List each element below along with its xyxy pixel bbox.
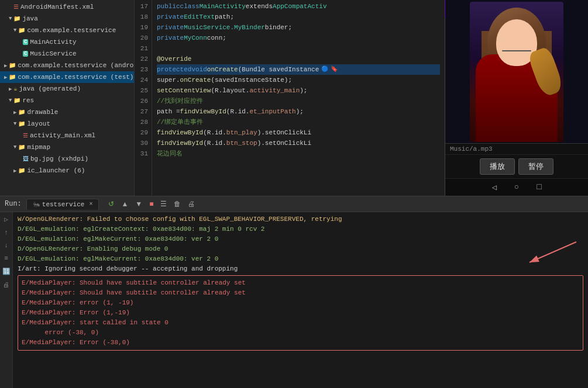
folder-icon9: 📁 [18,167,25,174]
clear-button[interactable]: 🗑 [171,199,183,209]
pause-button[interactable]: 暂停 [518,158,553,175]
run-toolbar: ↺ ▲ ▼ ■ ☰ 🗑 🖨 [106,199,197,209]
music-label: Music/a.mp3 [445,143,588,154]
folder-icon6: 📁 [18,109,25,116]
log-line-3: D/OpenGLRenderer: Enabling debug mode 0 [18,244,583,254]
recents-nav-icon[interactable]: □ [537,182,541,192]
error-line-3: E/MediaPlayer: Error (1,-19) [22,308,579,318]
tree-item-java[interactable]: ▼ 📁 java [0,13,134,25]
file-tree: ☰ AndroidManifest.xml ▼ 📁 java ▼ 📁 com.e… [0,0,135,196]
tree-label-layout: layout [27,120,50,127]
tree-item-iclauncher[interactable]: ▶ 📁 ic_launcher (6) [0,165,134,176]
tree-item-res[interactable]: ▼ 📁 res [0,95,134,106]
stop-button[interactable]: ■ [147,199,156,209]
log-line-5: I/art: Ignoring second debugger -- accep… [18,264,583,274]
back-nav-icon[interactable]: ◁ [491,182,496,192]
tree-item-bgjpg[interactable]: 🖼 bg.jpg (xxhdpi) [0,153,134,165]
arrow-right-icon5: ▶ [13,168,16,174]
anime-girl-illustration [470,2,563,142]
error-line-1: E/MediaPlayer: Should have subtitle cont… [22,288,579,298]
sidebar-filter2-icon[interactable]: 🔢 [1,266,12,276]
tree-label-drawable: drawable [27,109,58,116]
filter-button[interactable]: ☰ [158,199,169,209]
tree-label-coma: com.example.testservice (andro [18,62,133,69]
music-label-text: Music/a.mp3 [450,146,493,153]
top-area: ☰ AndroidManifest.xml ▼ 📁 java ▼ 📁 com.e… [0,0,588,196]
log-line-4: D/EGL_emulation: eglMakeCurrent: 0xae834… [18,254,583,264]
xml-icon2: ☰ [23,132,28,139]
sidebar-wrap-icon[interactable]: ≡ [1,254,12,263]
line-numbers: 17 18 19 20 21 22 23 24 25 26 27 28 29 3… [135,0,152,196]
arrow-down-icon4: ▼ [13,121,16,127]
tree-item-layout[interactable]: ▼ 📁 layout [0,118,134,130]
arrow-down-icon5: ▼ [13,144,16,150]
folder-icon4: 📁 [9,74,16,81]
sidebar-run-icon[interactable]: ▷ [1,214,12,224]
scroll-down-button[interactable]: ▼ [133,199,145,209]
tree-item-drawable[interactable]: ▶ 📁 drawable [0,106,134,118]
arrow-down-icon: ▼ [9,16,12,22]
phone-screen [445,0,588,143]
tree-item-java-gen[interactable]: ▶ ☕ java (generated) [0,83,134,95]
code-line-31: 花边同名 [157,148,440,159]
folder-icon: 📁 [13,15,20,22]
tree-item-com-test[interactable]: ▶ 📁 com.example.testservice (test) [0,71,134,83]
close-tab-button[interactable]: × [89,201,92,207]
code-line-18: private EditText path; [157,12,440,22]
code-line-25: setContentView(R.layout.activity_main); [157,85,440,96]
code-line-23: protected void onCreate(Bundle savedInst… [157,64,440,75]
folder-icon5: 📁 [13,97,20,104]
log-line-0: W/OpenGLRenderer: Failed to choose confi… [18,214,583,224]
folder-icon7: 📁 [18,120,25,127]
tree-label: AndroidManifest.xml [20,4,94,11]
home-nav-icon[interactable]: ○ [514,182,519,192]
code-line-24: super.onCreate(savedInstanceState); [157,75,440,85]
tree-label-comt: com.example.testservice (test) [18,74,133,81]
run-tab-testservice[interactable]: 🐜 testservice × [26,199,99,210]
sidebar-scroll-down-icon[interactable]: ↓ [1,241,12,250]
code-content[interactable]: public class MainActivity extends AppCom… [152,0,445,196]
tree-item-androidmanifest[interactable]: ☰ AndroidManifest.xml [0,1,134,13]
tree-item-com-example[interactable]: ▼ 📁 com.example.testservice [0,25,134,36]
error-line-0: E/MediaPlayer: Should have subtitle cont… [22,278,579,288]
phone-controls: 播放 暂停 [445,154,588,178]
print-button[interactable]: 🖨 [185,199,197,209]
tree-label-mipmap: mipmap [27,144,50,151]
log-line-2: D/EGL_emulation: eglMakeCurrent: 0xae834… [18,234,583,244]
console-sidebar: ▷ ↑ ↓ ≡ 🔢 🖨 [0,212,13,388]
tree-label-res: res [22,97,34,104]
code-line-29: findViewById(R.id.btn_play).setOnClickLi [157,127,440,138]
error-line-5: error (-38, 0) [22,328,579,338]
error-line-6: E/MediaPlayer: Error (-38,0) [22,338,579,348]
code-line-22: @Override [157,54,440,64]
run-tab-label: testservice [42,201,85,208]
tree-item-musicservice[interactable]: C MusicService [0,48,134,60]
tree-item-mipmap[interactable]: ▼ 📁 mipmap [0,141,134,153]
tree-item-activitymain[interactable]: ☰ activity_main.xml [0,130,134,141]
folder-icon8: 📁 [18,144,25,151]
error-region: E/MediaPlayer: Should have subtitle cont… [18,275,583,351]
sidebar-scroll-up-icon[interactable]: ↑ [1,228,12,237]
tree-item-com-and[interactable]: ▶ 📁 com.example.testservice (andro [0,60,134,71]
arrow-right-icon: ▶ [4,63,7,69]
log-line-1: D/EGL_emulation: eglCreateContext: 0xae8… [18,224,583,234]
arrow-right-icon3: ▶ [9,86,12,92]
sidebar-print2-icon[interactable]: 🖨 [1,280,12,290]
folder-icon3: 📁 [9,62,16,69]
code-line-28: //绑定单击事件 [157,117,440,127]
scroll-up-button[interactable]: ▲ [119,199,130,209]
code-line-26: //找到对应控件 [157,96,440,106]
arrow-down-icon2: ▼ [13,27,16,33]
java-icon: C [23,39,28,45]
play-button[interactable]: 播放 [480,158,515,175]
console-output[interactable]: W/OpenGLRenderer: Failed to choose confi… [13,212,588,388]
java-gen-icon: ☕ [13,85,17,92]
code-line-20: private MyConn conn; [157,33,440,43]
tree-item-mainactivity[interactable]: C MainActivity [0,36,134,48]
tree-label-bg: bg.jpg (xxhdpi) [30,155,88,162]
code-line-30: findViewById(R.id.btn_stop).setOnClickLi [157,138,440,148]
code-editor: 17 18 19 20 21 22 23 24 25 26 27 28 29 3… [135,0,445,196]
restart-button[interactable]: ↺ [106,199,116,209]
console-area: ▷ ↑ ↓ ≡ 🔢 🖨 W/OpenGLRenderer: Failed to … [0,212,588,388]
error-line-4: E/MediaPlayer: start called in state 0 [22,318,579,328]
